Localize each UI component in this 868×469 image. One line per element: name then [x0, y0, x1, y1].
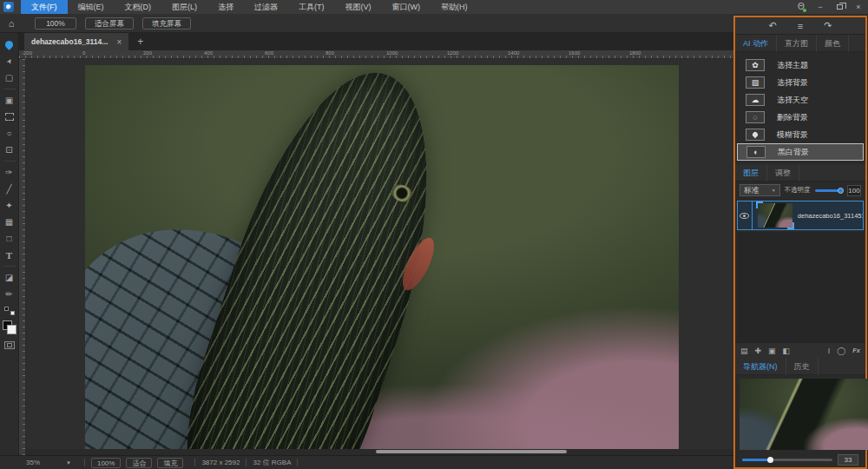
- layer-mask-icon[interactable]: ◧: [783, 347, 791, 355]
- tab-ai-actions[interactable]: AI 动作: [735, 35, 777, 52]
- selection-brush-tool[interactable]: ▣: [1, 92, 18, 109]
- vertical-ruler: [19, 59, 26, 455]
- navigator-zoom-slider[interactable]: [742, 459, 832, 461]
- pattern-tool[interactable]: ▦: [1, 214, 18, 230]
- tab-histogram[interactable]: 直方图: [777, 35, 817, 52]
- droplet-icon: [3, 39, 15, 50]
- add-layer-icon[interactable]: ✚: [755, 347, 762, 355]
- menu-file[interactable]: 文件(F): [21, 0, 68, 14]
- close-button[interactable]: ×: [849, 0, 868, 14]
- marquee-tool[interactable]: [1, 109, 18, 125]
- opacity-slider[interactable]: [815, 189, 843, 192]
- app-logo-icon[interactable]: [3, 2, 14, 12]
- status-zoom-100-button[interactable]: 100%: [91, 458, 121, 468]
- ai-action-bw-background[interactable]: ◐ 黑白背景: [737, 143, 864, 161]
- color-depth: 32 位 RGBA: [253, 458, 291, 467]
- navigator-zoom-handle[interactable]: [767, 457, 773, 463]
- menu-tools[interactable]: 工具(T): [288, 0, 335, 14]
- tab-color[interactable]: 颜色: [817, 35, 849, 52]
- ruler-tick: 1000: [386, 50, 398, 56]
- navigator-zoom-controls: 33: [735, 452, 865, 467]
- account-icon[interactable]: Θ: [792, 0, 811, 14]
- text-tool[interactable]: T: [1, 247, 18, 263]
- eyedropper-tool[interactable]: ✑: [1, 164, 18, 181]
- document-tab[interactable]: dehazecabo16_3114... ×: [24, 33, 128, 50]
- panel-menu-icon[interactable]: ≡: [798, 21, 803, 31]
- ai-action-remove-background[interactable]: ◌ 删除背景: [737, 109, 864, 126]
- quick-selection-tool[interactable]: ⊡: [1, 142, 18, 158]
- zoom-dropdown-caret-icon[interactable]: ▼: [66, 460, 71, 466]
- eraser-tool[interactable]: ◪: [1, 269, 18, 286]
- status-zoom-level[interactable]: 35%: [26, 459, 66, 466]
- blend-mode-select[interactable]: 标准 ▼: [740, 184, 780, 196]
- mask-panel-icon[interactable]: [4, 341, 15, 349]
- shape-layer-icon[interactable]: ◯: [837, 347, 845, 355]
- panel-tabs: AI 动作 直方图 颜色: [735, 35, 865, 52]
- layers-tabs: 图层 调整: [735, 164, 865, 182]
- status-fill-button[interactable]: 填充: [157, 458, 183, 468]
- menu-layer[interactable]: 图层(L): [161, 0, 207, 14]
- lasso-tool[interactable]: ○: [1, 125, 18, 142]
- duplicate-layer-icon[interactable]: ▣: [768, 347, 776, 355]
- new-layer-icon[interactable]: ▤: [740, 347, 748, 355]
- pencil-tool[interactable]: ✏: [1, 286, 18, 302]
- horizontal-ruler: -200 0 200 400 600 800 1000 1200 1400 16…: [19, 50, 733, 59]
- status-bar: 35% ▼ 100% 适合 填充 3872 x 2592 32 位 RGBA: [0, 455, 733, 469]
- fit-screen-button[interactable]: 适合屏幕: [85, 17, 134, 30]
- ai-action-select-sky[interactable]: ☁ 选择天空: [737, 91, 864, 109]
- redo-icon[interactable]: ↷: [824, 20, 832, 31]
- menu-view[interactable]: 视图(V): [335, 0, 382, 14]
- crop-tool[interactable]: ▢: [1, 69, 18, 86]
- zoom-100-button[interactable]: 100%: [35, 17, 76, 30]
- status-fit-button[interactable]: 适合: [126, 458, 152, 468]
- online-status-dot: [803, 9, 806, 12]
- horizontal-scrollbar-thumb[interactable]: [376, 450, 567, 453]
- ai-actions-list: ✿ 选择主题 ▧ 选择背景 ☁ 选择天空 ◌ 删除背景 模糊背景 ◐ 黑白背景: [735, 52, 865, 164]
- horizontal-scrollbar[interactable]: [26, 449, 733, 455]
- layer-visibility-toggle[interactable]: [738, 201, 753, 229]
- fill-screen-button[interactable]: 填充屏幕: [142, 17, 191, 30]
- background-color[interactable]: [7, 325, 16, 334]
- menu-edit[interactable]: 编辑(E): [68, 0, 115, 14]
- panel-header: ↶ ≡ ↷: [735, 17, 865, 35]
- home-button[interactable]: ⌂: [0, 18, 23, 29]
- layer-thumbnail[interactable]: [758, 203, 792, 228]
- ai-action-blur-background[interactable]: 模糊背景: [737, 126, 864, 143]
- tab-navigator[interactable]: 导航器(N): [735, 358, 786, 375]
- menu-filter[interactable]: 过滤器: [244, 0, 288, 14]
- swap-colors-button[interactable]: [1, 302, 18, 319]
- restore-button[interactable]: [830, 0, 849, 14]
- layer-name: dehazecabo16_311451977: [798, 212, 863, 220]
- menu-select[interactable]: 选择: [207, 0, 244, 14]
- text-layer-icon[interactable]: I: [828, 347, 831, 355]
- tab-adjustments[interactable]: 调整: [767, 164, 799, 182]
- ruler-tick: 200: [143, 50, 152, 56]
- minimize-button[interactable]: −: [811, 0, 830, 14]
- new-tab-button[interactable]: +: [128, 33, 152, 50]
- ruler-tick: 600: [265, 50, 273, 56]
- menu-help[interactable]: 帮助(H): [431, 0, 478, 14]
- shape-tool[interactable]: □: [1, 230, 18, 247]
- opacity-slider-handle[interactable]: [838, 188, 844, 194]
- layers-controls: 标准 ▼ 不透明度 100: [735, 182, 865, 199]
- effects-icon[interactable]: Fx: [852, 347, 860, 354]
- menu-items: 文件(F) 编辑(E) 文档(D) 图层(L) 选择 过滤器 工具(T) 视图(…: [21, 0, 478, 14]
- ai-action-select-subject[interactable]: ✿ 选择主题: [737, 56, 864, 74]
- color-swatches[interactable]: [3, 320, 16, 334]
- photo-turtle-image[interactable]: [85, 65, 679, 455]
- ai-action-select-background[interactable]: ▧ 选择背景: [737, 74, 864, 91]
- tab-close-icon[interactable]: ×: [116, 37, 122, 47]
- layer-row[interactable]: dehazecabo16_311451977: [737, 201, 864, 230]
- navigator-preview[interactable]: [740, 379, 868, 450]
- canvas-column: dehazecabo16_3114... × + -200 0 200 400 …: [19, 33, 733, 455]
- tab-history[interactable]: 历史: [786, 358, 819, 375]
- menu-window[interactable]: 窗口(W): [382, 0, 431, 14]
- tab-layers[interactable]: 图层: [735, 164, 767, 182]
- undo-icon[interactable]: ↶: [769, 20, 777, 31]
- line-tool[interactable]: ╱: [1, 181, 18, 197]
- brush-tool[interactable]: ✦: [1, 197, 18, 214]
- chevron-down-icon: ▼: [772, 188, 776, 193]
- menu-document[interactable]: 文档(D): [115, 0, 162, 14]
- canvas-area[interactable]: [26, 59, 733, 455]
- navigator-tabs: 导航器(N) 历史: [735, 358, 865, 375]
